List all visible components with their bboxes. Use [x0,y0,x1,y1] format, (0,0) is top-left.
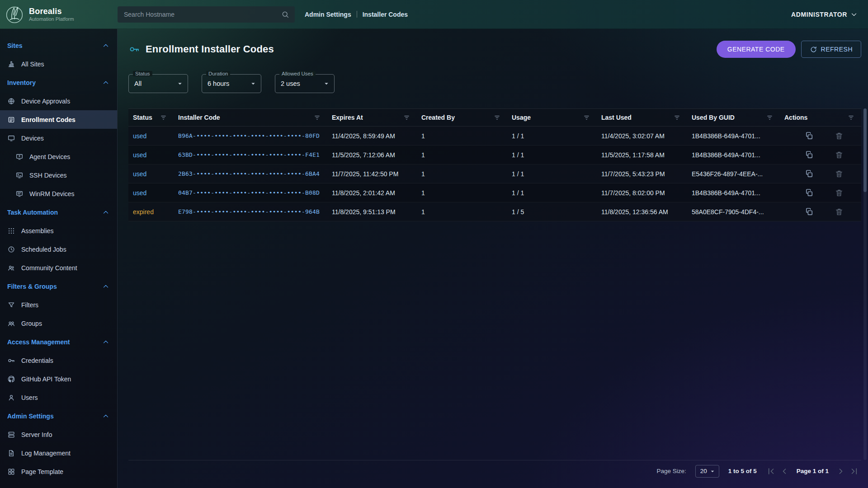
sidebar-section-sites[interactable]: Sites [0,36,117,55]
user-menu[interactable]: ADMINISTRATOR [791,10,858,19]
filter-select-label: Duration [206,71,230,76]
sidebar-item-server-info[interactable]: Server Info [0,425,117,444]
delete-code-button[interactable] [835,131,844,141]
sidebar-section-task-automation[interactable]: Task Automation [0,203,117,221]
filter-icon[interactable] [493,114,501,122]
sidebar-item-label: Community Content [21,264,77,272]
generate-code-button[interactable]: GENERATE CODE [717,41,796,58]
sidebar-item-users[interactable]: Users [0,388,117,407]
filter-icon[interactable] [313,114,321,122]
sidebar-section-label: Sites [7,42,22,49]
table-scrollbar-thumb[interactable] [863,108,867,192]
breadcrumb-item-installer-codes[interactable]: Installer Codes [363,11,408,18]
prev-page-button[interactable] [779,466,789,476]
sidebar-item-filters[interactable]: Filters [0,296,117,314]
column-header-status[interactable]: Status [128,114,174,122]
delete-code-button[interactable] [835,188,844,197]
column-header-expires-at[interactable]: Expires At [327,114,417,122]
filter-select-allowed-uses[interactable]: Allowed Uses2 uses [275,74,335,93]
sidebar-section-admin-settings[interactable]: Admin Settings [0,407,117,425]
copy-code-button[interactable] [805,188,814,197]
column-header-used-by-guid[interactable]: Used By GUID [687,114,780,122]
sidebar-item-agent-devices[interactable]: Agent Devices [0,147,117,166]
content: SitesAll SitesInventoryDevice ApprovalsE… [0,29,868,488]
cell-installer-code: 2B63-••••-••••-••••-••••-••••-••••-6BA4 [174,170,327,177]
page-indicator: Page 1 of 1 [797,468,829,474]
table-row[interactable]: used63BD-••••-••••-••••-••••-••••-••••-F… [128,145,861,164]
page-size-select[interactable]: 20 [695,465,719,478]
sidebar-item-community-content[interactable]: Community Content [0,258,117,277]
filter-select-duration[interactable]: Duration6 hours [202,74,261,93]
cell-usage: 1 / 1 [507,151,597,159]
sidebar-item-device-approvals[interactable]: Device Approvals [0,92,117,110]
filter-icon[interactable] [673,114,681,122]
table-scrollbar[interactable] [863,108,867,460]
sidebar-section-filters-groups[interactable]: Filters & Groups [0,277,117,296]
sidebar-section-inventory[interactable]: Inventory [0,73,117,92]
community-content-icon [7,264,15,272]
filter-select-value: 6 hours [208,80,229,87]
column-header-label: Usage [512,114,531,121]
table-row[interactable]: usedB96A-••••-••••-••••-••••-••••-••••-8… [128,127,861,145]
brand[interactable]: Borealis Automation Platform [0,5,118,24]
delete-code-button[interactable] [835,169,844,178]
refresh-icon [810,46,817,53]
breadcrumb-item-admin-settings[interactable]: Admin Settings [305,11,351,18]
filter-select-status[interactable]: StatusAll [128,74,188,93]
sidebar-item-all-sites[interactable]: All Sites [0,55,117,73]
sidebar-item-label: Assemblies [21,227,54,235]
app-root: Borealis Automation Platform Admin Setti… [0,0,868,488]
sidebar-item-enrollment-codes[interactable]: Enrollment Codes [0,110,117,129]
sidebar-item-label: All Sites [21,61,44,68]
sidebar-item-ssh-devices[interactable]: SSH Devices [0,166,117,184]
filter-icon[interactable] [847,114,855,122]
copy-code-button[interactable] [805,207,814,216]
sidebar-item-groups[interactable]: Groups [0,314,117,333]
chevron-up-icon [102,338,110,346]
sidebar-item-assemblies[interactable]: Assemblies [0,221,117,240]
refresh-button[interactable]: REFRESH [801,41,861,58]
cell-used-by-guid: 1B4B386B-649A-4701... [687,132,780,140]
filter-icon[interactable] [403,114,410,122]
table-row[interactable]: expiredE798-••••-••••-••••-••••-••••-•••… [128,202,861,221]
server-info-icon [7,431,15,439]
column-header-actions[interactable]: Actions [780,114,861,122]
sidebar-item-winrm-devices[interactable]: WinRM Devices [0,184,117,203]
filter-icon[interactable] [583,114,590,122]
filter-icon[interactable] [160,114,167,122]
sidebar-item-credentials[interactable]: Credentials [0,351,117,370]
sidebar-item-label: Enrollment Codes [21,116,75,123]
copy-code-button[interactable] [805,131,814,141]
sidebar-item-log-management[interactable]: Log Management [0,444,117,462]
cell-created-by: 1 [417,151,507,159]
table-row[interactable]: used04B7-••••-••••-••••-••••-••••-••••-B… [128,183,861,202]
delete-code-button[interactable] [835,207,844,216]
assemblies-icon [7,227,15,235]
sidebar-section-label: Access Management [7,338,70,346]
column-header-last-used[interactable]: Last Used [597,114,687,122]
copy-code-button[interactable] [805,150,814,160]
next-page-button[interactable] [836,466,846,476]
cell-status: expired [128,208,174,216]
copy-code-button[interactable] [805,169,814,178]
sidebar-item-page-template[interactable]: Page Template [0,462,117,481]
caret-down-icon [176,80,184,88]
delete-code-button[interactable] [835,150,844,160]
filter-icon[interactable] [766,114,774,122]
column-header-created-by[interactable]: Created By [417,114,507,122]
column-header-installer-code[interactable]: Installer Code [174,114,327,122]
sidebar-item-github-api-token[interactable]: GitHub API Token [0,370,117,388]
caret-down-icon [322,80,330,88]
last-page-button[interactable] [849,466,859,476]
sidebar-item-scheduled-jobs[interactable]: Scheduled Jobs [0,240,117,258]
column-header-usage[interactable]: Usage [507,114,597,122]
search-icon [281,10,289,19]
sidebar-item-devices[interactable]: Devices [0,129,117,147]
chevron-up-icon [102,79,110,87]
first-page-button[interactable] [766,466,776,476]
search-input[interactable] [123,10,278,19]
sidebar-section-access-management[interactable]: Access Management [0,333,117,351]
winrm-devices-icon [15,190,24,198]
table-row[interactable]: used2B63-••••-••••-••••-••••-••••-••••-6… [128,164,861,183]
cell-actions [780,188,861,197]
